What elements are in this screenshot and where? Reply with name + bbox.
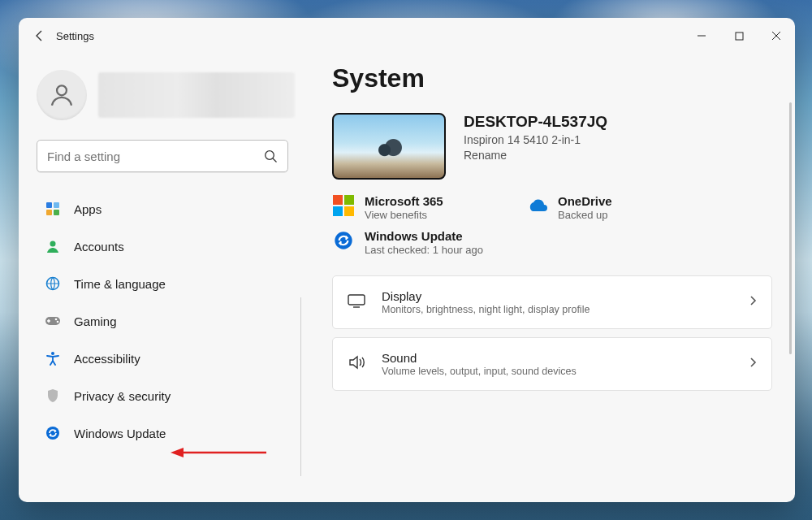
shield-icon	[45, 388, 61, 404]
titlebar: Settings	[19, 18, 795, 54]
profile-name-redacted	[98, 72, 295, 118]
card-display[interactable]: Display Monitors, brightness, night ligh…	[332, 275, 772, 329]
window-body: Apps Accounts Time & language	[19, 54, 795, 502]
nav-list: Apps Accounts Time & language	[37, 193, 295, 448]
card-label: Display	[382, 289, 590, 303]
scrollbar[interactable]	[789, 102, 792, 354]
svg-rect-5	[46, 210, 52, 215]
sound-icon	[348, 355, 365, 373]
sidebar-divider	[300, 297, 301, 476]
status-label: Microsoft 365	[365, 194, 443, 208]
status-grid: Microsoft 365 View benefits OneDrive Bac…	[332, 194, 772, 256]
svg-rect-6	[54, 210, 59, 215]
window-controls	[683, 18, 795, 54]
chevron-right-icon	[749, 295, 757, 310]
svg-rect-15	[348, 295, 365, 305]
main-content: System DESKTOP-4L537JQ Inspiron 14 5410 …	[304, 54, 795, 502]
page-heading: System	[332, 63, 772, 93]
maximize-icon	[735, 32, 744, 41]
status-sub: Backed up	[558, 209, 612, 221]
card-sub: Volume levels, output, input, sound devi…	[382, 366, 577, 377]
sidebar-item-accounts[interactable]: Accounts	[37, 231, 295, 262]
device-thumbnail[interactable]	[332, 113, 446, 180]
avatar	[37, 70, 87, 120]
setting-cards: Display Monitors, brightness, night ligh…	[332, 275, 772, 391]
card-sound[interactable]: Sound Volume levels, output, input, soun…	[332, 337, 772, 391]
update-icon	[332, 229, 355, 252]
search-icon	[264, 150, 278, 163]
search-box[interactable]	[37, 140, 288, 172]
microsoft-logo-icon	[332, 194, 355, 217]
chevron-right-icon	[749, 357, 757, 371]
profile-block[interactable]	[37, 70, 295, 120]
sidebar-item-windows-update[interactable]: Windows Update	[37, 418, 295, 448]
sidebar-item-time-language[interactable]: Time & language	[37, 268, 295, 299]
status-windows-update[interactable]: Windows Update Last checked: 1 hour ago	[332, 229, 772, 256]
svg-point-14	[335, 232, 352, 249]
status-label: Windows Update	[365, 229, 483, 243]
svg-point-13	[46, 427, 59, 440]
sidebar: Apps Accounts Time & language	[19, 54, 304, 502]
settings-window: Settings	[19, 18, 795, 502]
svg-rect-3	[46, 202, 52, 208]
sidebar-item-label: Privacy & security	[74, 389, 171, 403]
minimize-button[interactable]	[683, 18, 720, 54]
gaming-icon	[45, 313, 61, 329]
accessibility-icon	[45, 350, 61, 366]
cloud-icon	[525, 194, 548, 217]
sidebar-item-label: Time & language	[74, 277, 166, 291]
sidebar-item-label: Gaming	[74, 314, 117, 328]
sidebar-item-gaming[interactable]: Gaming	[37, 306, 295, 336]
svg-point-11	[57, 321, 59, 323]
svg-point-7	[50, 241, 56, 247]
device-name: DESKTOP-4L537JQ	[464, 113, 607, 131]
card-sub: Monitors, brightness, night light, displ…	[382, 304, 590, 315]
status-sub: View benefits	[365, 209, 443, 221]
display-icon	[348, 293, 365, 311]
sidebar-item-accessibility[interactable]: Accessibility	[37, 343, 295, 374]
sidebar-item-apps[interactable]: Apps	[37, 193, 295, 224]
svg-point-1	[57, 85, 67, 95]
sidebar-item-label: Accounts	[74, 240, 124, 254]
svg-point-12	[51, 352, 54, 355]
sidebar-item-privacy[interactable]: Privacy & security	[37, 380, 295, 411]
maximize-button[interactable]	[720, 18, 758, 54]
arrow-left-icon	[33, 29, 46, 42]
svg-point-10	[55, 318, 58, 321]
card-label: Sound	[382, 351, 577, 365]
svg-rect-0	[736, 32, 743, 40]
sidebar-item-label: Windows Update	[74, 427, 166, 440]
close-button[interactable]	[758, 18, 795, 54]
status-m365[interactable]: Microsoft 365 View benefits	[332, 194, 495, 221]
sidebar-item-label: Apps	[74, 202, 102, 216]
status-sub: Last checked: 1 hour ago	[365, 244, 483, 256]
svg-point-2	[266, 150, 274, 159]
globe-icon	[45, 275, 61, 292]
status-label: OneDrive	[558, 194, 612, 208]
svg-rect-4	[54, 202, 59, 208]
window-title: Settings	[56, 30, 94, 42]
back-button[interactable]	[33, 29, 56, 42]
status-onedrive[interactable]: OneDrive Backed up	[525, 194, 688, 221]
device-model: Inspiron 14 5410 2-in-1	[464, 133, 607, 146]
apps-icon	[45, 201, 61, 217]
minimize-icon	[697, 31, 706, 41]
update-icon	[45, 425, 61, 441]
device-info: DESKTOP-4L537JQ Inspiron 14 5410 2-in-1 …	[464, 113, 607, 162]
person-icon	[48, 81, 76, 109]
close-icon	[771, 31, 781, 41]
device-block: DESKTOP-4L537JQ Inspiron 14 5410 2-in-1 …	[332, 113, 772, 180]
device-rename-link[interactable]: Rename	[464, 149, 607, 162]
sidebar-item-label: Accessibility	[74, 352, 140, 366]
search-input[interactable]	[47, 150, 264, 163]
accounts-icon	[45, 238, 61, 254]
